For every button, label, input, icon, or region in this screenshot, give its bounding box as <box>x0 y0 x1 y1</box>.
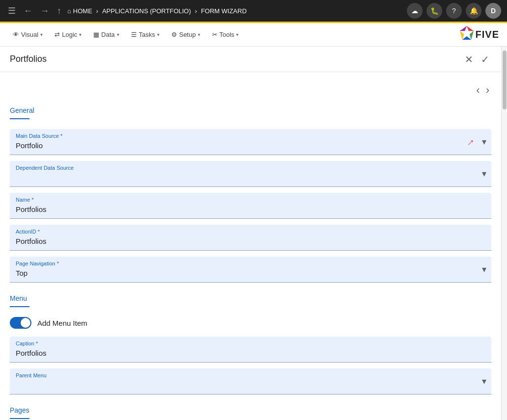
second-navigation: 👁 Visual ▾ ⇄ Logic ▾ ▦ Data ▾ ☰ Tasks ▾ … <box>0 23 507 47</box>
nav-item-setup[interactable]: ⚙ Setup ▾ <box>166 23 205 47</box>
logic-chevron: ▾ <box>79 32 81 37</box>
parent-menu-value <box>16 379 485 390</box>
back-icon[interactable]: ← <box>22 4 34 18</box>
data-chevron: ▾ <box>117 32 119 37</box>
home-breadcrumb[interactable]: ⌂ HOME <box>67 7 92 15</box>
user-avatar[interactable]: D <box>485 3 501 19</box>
next-page-button[interactable]: › <box>484 82 491 99</box>
tasks-icon: ☰ <box>131 31 137 38</box>
help-icon-btn[interactable]: ? <box>446 3 462 19</box>
dependent-data-source-value <box>16 172 485 183</box>
toggle-knob <box>21 318 30 328</box>
main-data-source-value: Portfolio <box>16 140 485 151</box>
panel-title: Portfolios <box>10 54 463 64</box>
caption-value: Portfolios <box>16 347 485 358</box>
five-logo-star-icon <box>459 25 475 44</box>
nav-item-logic[interactable]: ⇄ Logic ▾ <box>50 23 86 47</box>
pages-section-underline <box>10 418 29 419</box>
tasks-chevron: ▾ <box>157 32 160 37</box>
menu-icon[interactable]: ☰ <box>6 3 18 18</box>
right-scrollbar[interactable] <box>501 47 507 420</box>
parent-menu-label: Parent Menu <box>16 372 485 378</box>
page-navigation-label: Page Navigation * <box>16 261 485 266</box>
forward-icon[interactable]: → <box>38 4 51 18</box>
data-icon: ▦ <box>93 31 99 38</box>
panel-header: Portfolios ✕ ✓ <box>0 47 501 72</box>
scrollbar-thumb[interactable] <box>503 51 507 109</box>
up-icon[interactable]: ↑ <box>55 4 63 18</box>
dependent-data-source-dropdown-icon[interactable]: ▾ <box>482 168 486 179</box>
visual-icon: 👁 <box>13 31 19 38</box>
name-label: Name * <box>16 197 485 203</box>
top-navigation: ☰ ← → ↑ ⌂ HOME › APPLICATIONS (PORTFOLIO… <box>0 0 507 22</box>
page-navigation-dropdown-icon[interactable]: ▾ <box>482 264 486 275</box>
add-menu-item-toggle-row: Add Menu Item <box>10 317 491 329</box>
pages-section-label: Pages <box>10 406 491 414</box>
visual-chevron: ▾ <box>40 32 43 37</box>
setup-icon: ⚙ <box>171 31 177 38</box>
breadcrumb: ⌂ HOME › APPLICATIONS (PORTFOLIO) › FORM… <box>67 7 403 15</box>
caption-label: Caption * <box>16 341 485 346</box>
confirm-button[interactable]: ✓ <box>479 52 491 67</box>
applications-breadcrumb[interactable]: APPLICATIONS (PORTFOLIO) <box>102 7 191 15</box>
add-menu-item-toggle[interactable] <box>10 317 31 329</box>
page-navigation-value: Top <box>16 267 485 278</box>
main-data-source-dropdown-icon[interactable]: ▾ <box>482 136 486 147</box>
cloud-icon-btn[interactable]: ☁ <box>407 3 423 19</box>
five-logo: FIVE <box>459 25 499 44</box>
main-area: Portfolios ✕ ✓ ‹ › General Main Data Sou… <box>0 47 507 420</box>
top-nav-actions: ☁ 🐛 ? 🔔 D <box>407 3 501 19</box>
tools-chevron: ▾ <box>236 32 239 37</box>
general-section-underline <box>10 118 29 119</box>
nav-item-data[interactable]: ▦ Data ▾ <box>88 23 124 47</box>
breadcrumb-sep-1: › <box>96 7 98 15</box>
page-navigation-field[interactable]: Page Navigation * Top ▾ <box>10 257 491 283</box>
home-icon: ⌂ <box>67 7 71 15</box>
general-section-label: General <box>10 106 491 114</box>
main-data-source-label: Main Data Source * <box>16 133 485 139</box>
nav-item-tools[interactable]: ✂ Tools ▾ <box>207 23 243 47</box>
bug-icon-btn[interactable]: 🐛 <box>427 3 442 19</box>
close-button[interactable]: ✕ <box>463 52 475 67</box>
nav-item-visual[interactable]: 👁 Visual ▾ <box>8 23 48 47</box>
action-id-label: ActionID * <box>16 229 485 235</box>
parent-menu-dropdown-icon[interactable]: ▾ <box>482 376 486 387</box>
menu-section-label: Menu <box>10 294 491 302</box>
dependent-data-source-field[interactable]: Dependent Data Source ▾ <box>10 161 491 187</box>
caption-field[interactable]: Caption * Portfolios <box>10 337 491 363</box>
add-menu-item-label: Add Menu Item <box>37 319 87 327</box>
breadcrumb-sep-2: › <box>195 7 197 15</box>
form-wizard-breadcrumb[interactable]: FORM WIZARD <box>201 7 246 15</box>
logic-icon: ⇄ <box>54 31 60 38</box>
menu-section-underline <box>10 306 29 307</box>
name-value: Portfolios <box>16 204 485 214</box>
nav-item-tasks[interactable]: ☰ Tasks ▾ <box>126 23 164 47</box>
form-panel: Portfolios ✕ ✓ ‹ › General Main Data Sou… <box>0 47 501 420</box>
notifications-icon-btn[interactable]: 🔔 <box>466 3 481 19</box>
prev-page-button[interactable]: ‹ <box>474 82 481 99</box>
main-data-source-field[interactable]: Main Data Source * Portfolio ↑ ▾ <box>10 129 491 155</box>
parent-menu-field[interactable]: Parent Menu ▾ <box>10 368 491 394</box>
name-field[interactable]: Name * Portfolios <box>10 193 491 219</box>
dependent-data-source-label: Dependent Data Source <box>16 165 485 171</box>
tools-icon: ✂ <box>212 31 217 38</box>
five-logo-text: FIVE <box>476 29 499 40</box>
panel-header-actions: ✕ ✓ <box>463 52 491 67</box>
action-id-value: Portfolios <box>16 236 485 246</box>
setup-chevron: ▾ <box>198 32 200 37</box>
panel-content: ‹ › General Main Data Source * Portfolio… <box>0 72 501 420</box>
action-id-field[interactable]: ActionID * Portfolios <box>10 225 491 251</box>
